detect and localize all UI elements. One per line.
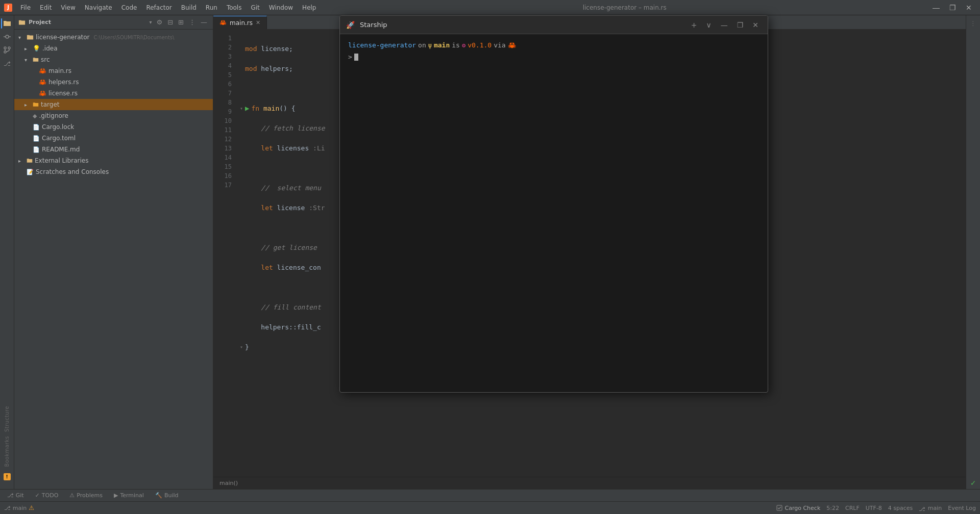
terminal-maximize-button[interactable]: ❐ (734, 20, 747, 30)
menu-run[interactable]: Run (202, 2, 222, 13)
bottom-tab-terminal[interactable]: ▶ Terminal (109, 491, 149, 500)
menu-bar[interactable]: File Edit View Navigate Code Refactor Bu… (16, 2, 320, 13)
maximize-button[interactable]: ❐ (945, 2, 960, 13)
terminal-lang-icon: 🦀 (508, 40, 516, 51)
readme-label: README.md (42, 146, 80, 153)
tree-item-scratches[interactable]: 📝 Scratches and Consoles (14, 166, 213, 177)
project-dropdown-icon[interactable]: ▾ (150, 19, 152, 25)
terminal-tab-icon: ▶ (114, 492, 118, 499)
window-controls[interactable]: — ❐ ✕ (929, 2, 976, 13)
tree-item-readme[interactable]: 📄 README.md (14, 144, 213, 155)
tree-item-gitignore[interactable]: ◆ .gitignore (14, 110, 213, 121)
settings-icon[interactable]: ⚙ (155, 18, 164, 27)
cargo-check-status[interactable]: Cargo Check (776, 505, 820, 511)
status-branch-label[interactable]: ⎇ main (919, 505, 942, 511)
terminal-body[interactable]: license-generator on ψ main is ⚙ v0.1.0 … (340, 34, 768, 392)
scratches-label: Scratches and Consoles (36, 168, 109, 175)
svg-text:⎇: ⎇ (4, 60, 11, 67)
terminal-cursor (354, 54, 358, 61)
menu-build[interactable]: Build (177, 2, 201, 13)
event-log-button[interactable]: Event Log (948, 505, 976, 511)
build-tab-label: Build (164, 492, 179, 499)
branch-status-icon: ⎇ (919, 505, 925, 511)
close-tree-icon[interactable]: — (199, 18, 209, 27)
structure-label[interactable]: Structure (4, 406, 10, 432)
sidebar-item-git[interactable]: ⎇ (1, 57, 13, 69)
breadcrumb-text: main() (219, 480, 238, 486)
project-folder-icon (18, 19, 26, 26)
tree-item-idea[interactable]: ▸ 💡 .idea (14, 43, 213, 54)
tree-item-main-rs[interactable]: 🦀 main.rs (14, 65, 213, 76)
status-indent[interactable]: 4 spaces (888, 505, 913, 511)
menu-file[interactable]: File (16, 2, 35, 13)
menu-git[interactable]: Git (247, 2, 263, 13)
collapse-icon[interactable]: ⊟ (166, 18, 175, 27)
status-git-branch[interactable]: main (13, 505, 27, 511)
tab-rust-icon: 🦀 (219, 19, 227, 26)
sidebar-item-pull-requests[interactable] (1, 44, 13, 56)
tree-item-external-libs[interactable]: ▸ External Libraries (14, 155, 213, 166)
terminal-dropdown-button[interactable]: ∨ (703, 20, 714, 30)
right-panel-checkmark[interactable]: ✓ (967, 477, 979, 489)
scratches-icon: 📝 (27, 169, 34, 175)
menu-window[interactable]: Window (265, 2, 297, 13)
tab-label: main.rs (230, 19, 253, 27)
cargo-lock-label: Cargo.lock (42, 123, 74, 131)
close-button[interactable]: ✕ (962, 2, 976, 13)
run-button-4[interactable]: ▶ (245, 103, 249, 114)
status-encoding[interactable]: UTF-8 (866, 505, 882, 511)
menu-code[interactable]: Code (117, 2, 141, 13)
breadcrumb: main() (213, 477, 966, 489)
menu-navigate[interactable]: Navigate (81, 2, 116, 13)
right-panel-more[interactable]: ⋮ (967, 17, 979, 30)
tab-close-button[interactable]: ✕ (256, 19, 260, 26)
tree-item-root[interactable]: ▾ license-generator C:\Users\SOUMITRI\Do… (14, 32, 213, 43)
bottom-tabs: ⎇ Git ✓ TODO ⚠ Problems ▶ Terminal 🔨 Bui… (0, 489, 980, 501)
status-left: ⎇ main ⚠ (4, 504, 34, 511)
terminal-tab-label: Terminal (120, 492, 144, 499)
sidebar-item-project[interactable] (1, 17, 13, 30)
bottom-tab-build[interactable]: 🔨 Build (150, 491, 184, 500)
terminal-close-button[interactable]: ✕ (749, 20, 762, 30)
bottom-tab-todo[interactable]: ✓ TODO (30, 491, 64, 500)
tree-item-target[interactable]: ▸ target (14, 99, 213, 110)
terminal-controls: + ∨ — ❐ ✕ (688, 20, 762, 30)
project-path: C:\Users\SOUMITRI\Documents\ (93, 35, 174, 40)
status-git-icon: ⎇ (4, 505, 11, 511)
minimize-button[interactable]: — (929, 2, 943, 13)
menu-view[interactable]: View (57, 2, 79, 13)
tree-item-cargo-lock[interactable]: 📄 Cargo.lock (14, 121, 213, 133)
tree-item-license-rs[interactable]: 🦀 license.rs (14, 88, 213, 99)
expand-icon[interactable]: ⊞ (177, 18, 185, 27)
gitignore-icon: ◆ (33, 113, 37, 119)
helpers-rs-label: helpers.rs (48, 79, 79, 86)
sidebar-icons: ⎇ Structure Bookmarks ! (0, 15, 14, 489)
tree-item-cargo-toml[interactable]: 📄 Cargo.toml (14, 133, 213, 144)
terminal-window: 🚀 Starship + ∨ — ❐ ✕ license-generator o… (339, 15, 768, 393)
terminal-version-icon: ⚙ (462, 41, 465, 50)
tree-item-src[interactable]: ▾ src (14, 54, 213, 65)
menu-help[interactable]: Help (298, 2, 320, 13)
terminal-minimize-button[interactable]: — (718, 20, 731, 30)
terminal-branch-icon: ψ (428, 41, 432, 50)
tree-item-helpers-rs[interactable]: 🦀 helpers.rs (14, 76, 213, 88)
terminal-input-line: > (348, 52, 760, 63)
target-folder-icon (33, 101, 39, 108)
svg-point-3 (4, 47, 6, 49)
bookmarks-label[interactable]: Bookmarks (4, 436, 10, 467)
file-tree-actions: ⚙ ⊟ ⊞ ⋮ — (155, 18, 209, 27)
menu-tools[interactable]: Tools (223, 2, 246, 13)
chevron-down-icon: ▾ (24, 57, 31, 63)
status-line-col[interactable]: 5:22 (826, 505, 839, 511)
more-options-icon[interactable]: ⋮ (187, 18, 197, 27)
terminal-add-button[interactable]: + (688, 20, 700, 30)
tab-main-rs[interactable]: 🦀 main.rs ✕ (213, 16, 267, 29)
sidebar-item-commit[interactable] (1, 31, 13, 43)
bottom-tab-git[interactable]: ⎇ Git (2, 491, 29, 500)
fold-gutter-1 (238, 45, 245, 53)
bottom-tab-problems[interactable]: ⚠ Problems (64, 491, 108, 500)
status-line-ending[interactable]: CRLF (845, 505, 860, 511)
menu-refactor[interactable]: Refactor (142, 2, 176, 13)
git-icon: ⎇ (4, 60, 11, 67)
menu-edit[interactable]: Edit (36, 2, 56, 13)
